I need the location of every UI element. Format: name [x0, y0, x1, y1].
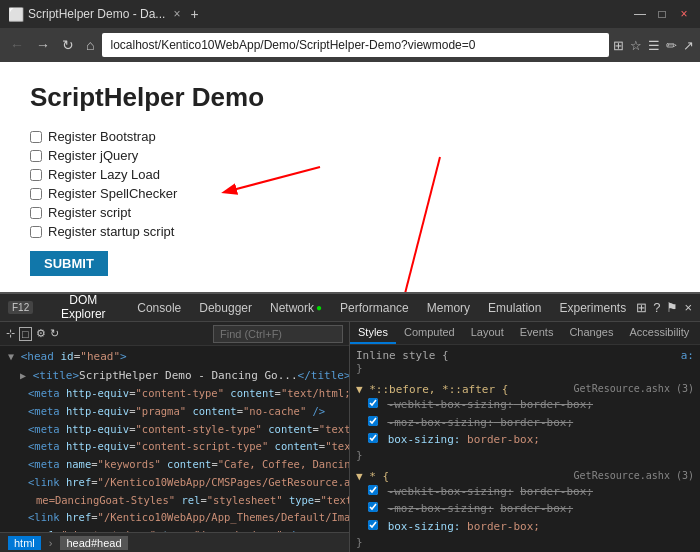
checkbox-bootstrap[interactable] [30, 131, 42, 143]
page-content: ScriptHelper Demo Register Bootstrap Reg… [0, 62, 700, 292]
prop-checkbox-moz-star[interactable] [368, 502, 378, 512]
devtools-tab-emulation[interactable]: Emulation [480, 297, 549, 319]
dom-box-icon[interactable]: □ [19, 327, 32, 341]
maximize-icon[interactable]: □ [654, 7, 670, 21]
dom-settings-icon[interactable]: ⚙ [36, 327, 46, 340]
dom-line-meta5[interactable]: <meta name="keywords" content="Cafe, Cof… [0, 456, 349, 474]
devtools-body: ⊹ □ ⚙ ↻ ▼ <head id="head"> ▶ <title>Scri… [0, 322, 700, 552]
nav-bar: ← → ↻ ⌂ ⊞ ☆ ☰ ✏ ↗ [0, 28, 700, 62]
forward-button[interactable]: → [32, 35, 54, 55]
prop-checkbox-box-star[interactable] [368, 520, 378, 530]
dom-find-input[interactable] [213, 325, 343, 343]
styles-before-after-close: } [356, 449, 694, 462]
styles-prop-webkit-star: -webkit-box-sizing: border-box; [356, 483, 694, 501]
checkbox-script[interactable] [30, 207, 42, 219]
dom-line-meta1[interactable]: <meta http-equiv="content-type" content=… [0, 385, 349, 403]
back-button[interactable]: ← [6, 35, 28, 55]
reader-icon[interactable]: ⊞ [613, 38, 624, 53]
styles-tab-computed[interactable]: Computed [396, 322, 463, 344]
dom-line-link1b[interactable]: me=DancingGoat-Styles" rel="stylesheet" … [0, 492, 349, 510]
submit-button[interactable]: SUBMIT [30, 251, 108, 276]
tab-close-btn[interactable]: × [173, 7, 180, 21]
prop-checkbox-webkit-star[interactable] [368, 485, 378, 495]
dom-line-meta4[interactable]: <meta http-equiv="content-script-type" c… [0, 438, 349, 456]
devtools-panel: F12 DOM Explorer Console Debugger Networ… [0, 292, 700, 552]
styles-prop-moz-star: -moz-box-sizing: border-box; [356, 500, 694, 518]
title-bar: ⬜ ScriptHelper Demo - Da... × + — □ × [0, 0, 700, 28]
hub-icon[interactable]: ☰ [648, 38, 660, 53]
page-title: ScriptHelper Demo [30, 82, 670, 113]
styles-section-inline: Inline style { a: } [356, 349, 694, 375]
f12-badge: F12 [8, 301, 33, 314]
dom-refresh-icon[interactable]: ↻ [50, 327, 59, 340]
checkbox-row-2: Register Lazy Load [30, 167, 670, 182]
tab-title: ScriptHelper Demo - Da... [28, 7, 165, 21]
styles-panel: Styles Computed Layout Events Changes Ac… [350, 322, 700, 552]
get-resource-2[interactable]: GetResource.ashx (3) [574, 470, 694, 483]
checkbox-row-5: Register startup script [30, 224, 670, 239]
checkbox-group: Register Bootstrap Register jQuery Regis… [30, 129, 670, 239]
dom-panel: ⊹ □ ⚙ ↻ ▼ <head id="head"> ▶ <title>Scri… [0, 322, 350, 552]
checkbox-lazy[interactable] [30, 169, 42, 181]
get-resource-1[interactable]: GetResource.ashx (3) [574, 383, 694, 396]
styles-prop-webkit-before: -webkit-box-sizing: border-box; [356, 396, 694, 414]
styles-body: Inline style { a: } ▼ *::before, *::afte… [350, 345, 700, 552]
notes-icon[interactable]: ✏ [666, 38, 677, 53]
checkbox-lazy-label: Register Lazy Load [48, 167, 160, 182]
styles-tab-accessibility[interactable]: Accessibility [621, 322, 697, 344]
dom-line-meta3[interactable]: <meta http-equiv="content-style-type" co… [0, 421, 349, 439]
checkbox-jquery[interactable] [30, 150, 42, 162]
dom-line-link2[interactable]: <link href="/Kentico10WebApp/App_Themes/… [0, 509, 349, 527]
head-breadcrumb[interactable]: head#head [60, 536, 127, 550]
devtools-tab-performance[interactable]: Performance [332, 297, 417, 319]
styles-star-selector: ▼ * { GetResource.ashx (3) [356, 470, 694, 483]
devtools-close-icon[interactable]: × [684, 300, 692, 315]
dom-select-icon[interactable]: ⊹ [6, 327, 15, 340]
devtools-tab-dom[interactable]: DOM Explorer [39, 289, 127, 327]
devtools-tab-debugger[interactable]: Debugger [191, 297, 260, 319]
nav-icon-group: ⊞ ☆ ☰ ✏ ↗ [613, 38, 694, 53]
devtools-toolbar: F12 DOM Explorer Console Debugger Networ… [0, 294, 700, 322]
styles-prop-box-star: box-sizing: border-box; [356, 518, 694, 536]
devtools-tab-network[interactable]: Network ● [262, 297, 330, 319]
devtools-tab-memory[interactable]: Memory [419, 297, 478, 319]
checkbox-row-4: Register script [30, 205, 670, 220]
checkbox-spell[interactable] [30, 188, 42, 200]
styles-before-after-selector: ▼ *::before, *::after { GetResource.ashx… [356, 383, 694, 396]
checkbox-jquery-label: Register jQuery [48, 148, 138, 163]
devtools-feedback-icon[interactable]: ⚑ [666, 300, 678, 315]
styles-section-before-after: ▼ *::before, *::after { GetResource.ashx… [356, 383, 694, 462]
html-breadcrumb[interactable]: html [8, 536, 41, 550]
prop-checkbox-webkit-before[interactable] [368, 398, 378, 408]
dom-line-link1[interactable]: <link href="/Kentico10WebApp/CMSPages/Ge… [0, 474, 349, 492]
devtools-tab-console[interactable]: Console [129, 297, 189, 319]
checkbox-startup-label: Register startup script [48, 224, 174, 239]
address-input[interactable] [102, 33, 609, 57]
checkbox-script-label: Register script [48, 205, 131, 220]
new-tab-btn[interactable]: + [190, 6, 198, 22]
dom-tree: ▼ <head id="head"> ▶ <title>ScriptHelper… [0, 346, 349, 532]
styles-tab-styles[interactable]: Styles [350, 322, 396, 344]
styles-tab-events[interactable]: Events [512, 322, 562, 344]
dom-line-meta2[interactable]: <meta http-equiv="pragma" content="no-ca… [0, 403, 349, 421]
prop-checkbox-moz-before[interactable] [368, 416, 378, 426]
styles-tab-changes[interactable]: Changes [561, 322, 621, 344]
dom-toolbar: ⊹ □ ⚙ ↻ [0, 322, 349, 346]
browser-icon: ⬜ [8, 7, 24, 22]
dom-line-head[interactable]: ▼ <head id="head"> [0, 348, 349, 367]
refresh-button[interactable]: ↻ [58, 35, 78, 55]
favorites-icon[interactable]: ☆ [630, 38, 642, 53]
dom-line-title[interactable]: ▶ <title>ScriptHelper Demo - Dancing Go.… [0, 367, 349, 386]
close-icon[interactable]: × [676, 7, 692, 21]
checkbox-startup[interactable] [30, 226, 42, 238]
styles-tab-layout[interactable]: Layout [463, 322, 512, 344]
home-button[interactable]: ⌂ [82, 35, 98, 55]
styles-inline-selector: Inline style { a: [356, 349, 694, 362]
devtools-help-icon[interactable]: ? [653, 300, 660, 315]
styles-inline-close: } [356, 362, 694, 375]
devtools-expand-icon[interactable]: ⊞ [636, 300, 647, 315]
prop-checkbox-box-before[interactable] [368, 433, 378, 443]
devtools-tab-experiments[interactable]: Experiments [551, 297, 634, 319]
share-icon[interactable]: ↗ [683, 38, 694, 53]
minimize-icon[interactable]: — [632, 7, 648, 21]
